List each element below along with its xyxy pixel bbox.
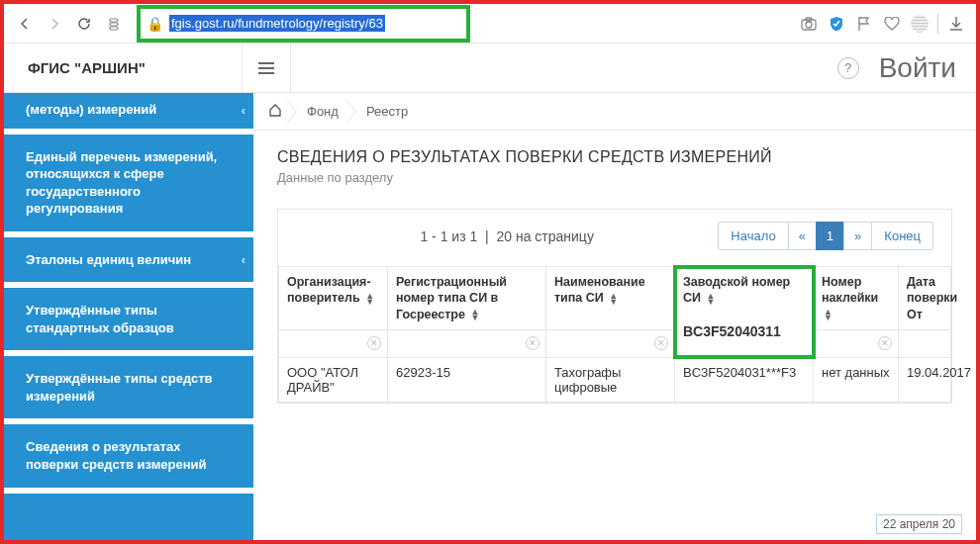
table-header-row: Организация-поверитель ▲▼ Регистрационны… — [279, 267, 951, 330]
main-content: Фонд Реестр СВЕДЕНИЯ О РЕЗУЛЬТАТАХ ПОВЕР… — [253, 93, 976, 540]
pager-end[interactable]: Конец — [871, 222, 933, 250]
filter-org[interactable] — [287, 336, 379, 351]
cell-org: ООО "АТОЛ ДРАЙВ" — [279, 357, 388, 402]
cell-sticker: нет данных — [814, 357, 899, 402]
sidebar: (методы) измерений‹ Единый перечень изме… — [4, 93, 253, 540]
svg-rect-1 — [110, 23, 118, 26]
chevron-left-icon: ‹ — [242, 102, 245, 120]
flag-icon[interactable] — [854, 14, 874, 34]
pager-prev[interactable]: « — [788, 222, 817, 250]
footer-date: 22 апреля 20 — [876, 514, 962, 534]
filter-reg[interactable] — [396, 336, 538, 351]
sidebar-item-list[interactable]: Единый перечень измерений, относящихся к… — [4, 135, 253, 237]
col-date[interactable]: Дата поверки От — [899, 267, 951, 330]
pager: Начало « 1 » Конец — [718, 222, 933, 250]
col-org[interactable]: Организация-поверитель ▲▼ — [279, 267, 388, 330]
browser-toolbar: 🔒 fgis.gost.ru/fundmetrology/registry/63 — [4, 4, 976, 44]
col-sticker[interactable]: Номер наклейки ▲▼ — [814, 267, 899, 330]
clear-icon[interactable]: ✕ — [878, 336, 892, 350]
cell-date: 19.04.2017 — [899, 357, 951, 402]
svg-rect-0 — [110, 19, 118, 22]
breadcrumb: Фонд Реестр — [253, 93, 976, 131]
filter-serial-value[interactable]: BC3F52040311 — [683, 322, 805, 340]
pager-info: 1 - 1 из 1 | 20 на страницу — [296, 228, 718, 244]
home-icon[interactable] — [265, 103, 285, 120]
sidebar-item-label: Утверждённые типы средств измерений — [26, 371, 213, 404]
sort-icon: ▲▼ — [470, 309, 479, 321]
separator — [937, 14, 938, 34]
sort-icon: ▲▼ — [609, 293, 618, 306]
cell-reg: 62923-15 — [388, 357, 546, 402]
svg-point-4 — [806, 22, 812, 28]
site-info-button[interactable] — [103, 13, 125, 35]
col-reg[interactable]: Регистрационный номер типа СИ в Госреест… — [388, 267, 546, 330]
address-bar[interactable]: 🔒 fgis.gost.ru/fundmetrology/registry/63 — [137, 5, 470, 43]
filter-row: ✕ ✕ ✕ ✕ — [279, 329, 951, 357]
brand-title: ФГИС "АРШИН" — [4, 44, 242, 92]
download-icon[interactable] — [946, 14, 966, 34]
heart-icon[interactable] — [882, 14, 902, 34]
page-subtitle: Данные по разделу — [277, 170, 952, 185]
sidebar-item-methods[interactable]: (методы) измерений‹ — [4, 93, 253, 135]
pager-next[interactable]: » — [843, 222, 872, 250]
sidebar-item-label: (методы) измерений — [26, 102, 156, 117]
login-link[interactable]: Войти — [879, 52, 956, 84]
sidebar-item-verification[interactable]: Сведения о результатах поверки средств и… — [4, 424, 253, 493]
col-name[interactable]: Наименование типа СИ ▲▼ — [546, 267, 675, 330]
pager-page-1[interactable]: 1 — [816, 222, 844, 250]
filter-name[interactable] — [554, 336, 666, 351]
chevron-left-icon: ‹ — [242, 251, 245, 269]
shield-icon[interactable] — [827, 14, 846, 34]
results-table: Организация-поверитель ▲▼ Регистрационны… — [278, 266, 951, 403]
pager-begin[interactable]: Начало — [718, 222, 788, 250]
page-title: СВЕДЕНИЯ О РЕЗУЛЬТАТАХ ПОВЕРКИ СРЕДСТВ И… — [277, 148, 952, 166]
app-header: ФГИС "АРШИН" ? Войти — [4, 44, 976, 93]
sidebar-item-label: Утверждённые типы стандартных образцов — [26, 303, 174, 335]
sidebar-item-etalons[interactable]: Эталоны единиц величин‹ — [4, 237, 253, 289]
clear-icon[interactable]: ✕ — [367, 336, 381, 350]
table-row[interactable]: ООО "АТОЛ ДРАЙВ" 62923-15 Тахографы цифр… — [279, 357, 951, 402]
col-serial[interactable]: Заводской номер СИ ▲▼ BC3F52040311 — [675, 267, 814, 358]
breadcrumb-registry[interactable]: Реестр — [360, 104, 414, 119]
cell-name: Тахографы цифровые — [546, 357, 675, 402]
data-panel: 1 - 1 из 1 | 20 на страницу Начало « 1 »… — [277, 209, 952, 404]
region-icon[interactable] — [910, 14, 930, 34]
reload-button[interactable] — [73, 13, 95, 35]
sidebar-item-standard-types[interactable]: Утверждённые типы стандартных образцов — [4, 288, 253, 356]
breadcrumb-fund[interactable]: Фонд — [301, 104, 344, 119]
help-icon[interactable]: ? — [837, 57, 859, 79]
clear-icon[interactable]: ✕ — [654, 336, 668, 350]
menu-toggle[interactable] — [242, 44, 291, 92]
cell-serial: BC3F5204031***F3 — [675, 357, 814, 402]
url-text: fgis.gost.ru/fundmetrology/registry/63 — [169, 15, 385, 32]
svg-rect-2 — [110, 27, 118, 30]
sidebar-item-label: Сведения о результатах поверки средств и… — [26, 439, 207, 472]
lock-icon: 🔒 — [147, 16, 163, 32]
camera-icon[interactable] — [799, 14, 819, 34]
filter-date[interactable] — [907, 336, 942, 351]
sort-icon: ▲▼ — [365, 293, 374, 306]
sort-icon: ▲▼ — [707, 293, 716, 306]
back-button[interactable] — [14, 13, 36, 35]
sidebar-item-label: Единый перечень измерений, относящихся к… — [26, 149, 217, 217]
sidebar-item-label: Эталоны единиц величин — [26, 252, 191, 267]
sidebar-item-si-types[interactable]: Утверждённые типы средств измерений — [4, 356, 253, 424]
clear-icon[interactable]: ✕ — [526, 336, 539, 350]
sort-icon: ▲▼ — [824, 309, 833, 321]
forward-button[interactable] — [44, 13, 65, 35]
